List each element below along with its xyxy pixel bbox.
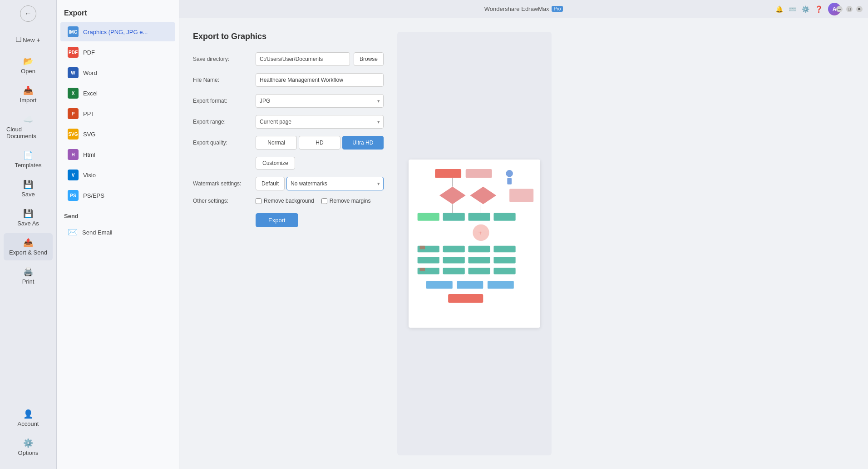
sidebar-item-account-label: Account [18, 420, 39, 427]
svg-rect-9 [469, 213, 490, 221]
content-area: Export to Graphics Save directory: Brows… [179, 18, 868, 469]
sidebar: ← □ New + 📂 Open 📥 Import ☁️ Cloud Docum… [0, 0, 57, 469]
checkbox-group: Remove background Remove margins [256, 198, 384, 204]
sidebar-item-cloud[interactable]: ☁️ Cloud Documents [4, 110, 53, 144]
sidebar-item-print[interactable]: 🖨️ Print [4, 262, 53, 289]
customize-button[interactable]: Customize [256, 157, 295, 170]
sidebar-item-options[interactable]: ⚙️ Options [4, 434, 53, 461]
remove-margins-item[interactable]: Remove margins [321, 198, 371, 204]
save-directory-row: Save directory: Browse [193, 52, 384, 66]
sidebar-item-saveas[interactable]: 💾 Save As [4, 204, 53, 231]
sidebar-item-import[interactable]: 📥 Import [4, 81, 53, 108]
sidebar-item-new[interactable]: □ New + [4, 30, 53, 50]
saveas-icon: 💾 [23, 209, 33, 219]
send-email-label: Send Email [82, 229, 112, 236]
export-format-wrapper: JPG PNG BMP GIF TIFF SVG [256, 94, 384, 108]
email-icon: ✉️ [68, 227, 78, 237]
back-button[interactable]: ← [20, 5, 36, 22]
quality-ultrahd-button[interactable]: Ultra HD [342, 136, 384, 150]
svg-rect-27 [488, 281, 514, 289]
preview-diagram: + [409, 160, 540, 328]
sidebar-item-templates-label: Templates [15, 162, 41, 169]
sidebar-item-import-label: Import [20, 97, 37, 104]
sidebar-top: ← [0, 0, 56, 27]
sidebar-item-open[interactable]: 📂 Open [4, 52, 53, 79]
svg-rect-30 [419, 268, 425, 271]
send-section: Send ✉️ Send Email [57, 205, 179, 245]
svg-rect-8 [443, 213, 465, 221]
export-button[interactable]: Export [256, 213, 298, 227]
format-ppt-label: PPT [83, 110, 94, 117]
export-format-select[interactable]: JPG PNG BMP GIF TIFF SVG [256, 94, 384, 108]
sidebar-item-export[interactable]: 📤 Export & Send [4, 233, 53, 260]
format-item-svg[interactable]: SVG SVG [60, 125, 175, 144]
svg-rect-28 [448, 294, 483, 303]
send-title: Send [64, 213, 172, 220]
save-icon: 💾 [23, 180, 33, 190]
cloud-icon: ☁️ [23, 115, 33, 125]
format-pdf-label: PDF [83, 49, 95, 56]
export-quality-row: Export quality: Normal HD Ultra HD [193, 136, 384, 150]
browse-button[interactable]: Browse [354, 52, 384, 66]
watermark-default-button[interactable]: Default [256, 177, 285, 190]
format-item-visio[interactable]: V Visio [60, 165, 175, 185]
sidebar-nav: □ New + 📂 Open 📥 Import ☁️ Cloud Documen… [0, 27, 56, 399]
quality-hd-button[interactable]: HD [299, 136, 340, 150]
sidebar-item-save[interactable]: 💾 Save [4, 175, 53, 202]
close-button[interactable]: ✕ [856, 6, 863, 12]
format-list: IMG Graphics (PNG, JPG e... PDF PDF W Wo… [57, 22, 179, 205]
account-icon: 👤 [23, 409, 33, 419]
svg-rect-24 [493, 268, 515, 274]
export-panel-title: Export [57, 0, 179, 22]
help-icon[interactable]: ❓ [815, 5, 823, 13]
export-btn-row: Export [256, 213, 384, 227]
format-item-ppt[interactable]: P PPT [60, 104, 175, 123]
sidebar-item-open-label: Open [21, 68, 35, 75]
svg-rect-25 [426, 281, 453, 289]
format-item-word[interactable]: W Word [60, 63, 175, 82]
format-item-ps[interactable]: PS PS/EPS [60, 186, 175, 205]
remove-background-item[interactable]: Remove background [256, 198, 314, 204]
send-email-item[interactable]: ✉️ Send Email [64, 223, 172, 241]
export-range-select[interactable]: Current page All pages Selected pages [256, 115, 384, 129]
maximize-button[interactable]: □ [846, 6, 853, 12]
svg-rect-7 [418, 213, 439, 221]
app-badge: Pro [552, 6, 563, 12]
remove-margins-checkbox[interactable] [321, 198, 327, 204]
sidebar-item-account[interactable]: 👤 Account [4, 404, 53, 432]
svg-rect-18 [443, 257, 465, 263]
svg-point-2 [506, 170, 513, 177]
format-item-html[interactable]: H Html [60, 145, 175, 164]
format-html-label: Html [83, 151, 95, 158]
format-item-pdf[interactable]: PDF PDF [60, 43, 175, 62]
window-controls: ─ □ ✕ [836, 6, 863, 12]
export-range-label: Export range: [193, 119, 252, 125]
sidebar-item-templates[interactable]: 📄 Templates [4, 146, 53, 173]
keyboard-icon[interactable]: ⌨️ [789, 5, 796, 13]
minimize-button[interactable]: ─ [836, 6, 843, 12]
file-name-label: File Name: [193, 77, 252, 83]
save-directory-input[interactable] [256, 52, 350, 66]
quality-group: Normal HD Ultra HD [256, 136, 384, 150]
format-graphics-label: Graphics (PNG, JPG e... [83, 29, 148, 35]
format-svg-label: SVG [83, 131, 95, 138]
app-title: Wondershare EdrawMax [484, 5, 549, 12]
export-quality-label: Export quality: [193, 140, 252, 146]
pdf-icon: PDF [68, 47, 79, 58]
options-icon: ⚙️ [23, 438, 33, 448]
format-item-excel[interactable]: X Excel [60, 84, 175, 103]
watermark-select-wrapper: No watermarks Default watermark Custom w… [286, 177, 384, 190]
settings-icon[interactable]: ⚙️ [802, 5, 809, 13]
svg-text:+: + [478, 230, 482, 236]
sidebar-item-save-label: Save [21, 191, 35, 198]
watermark-label: Watermark settings: [193, 180, 252, 187]
file-name-input[interactable] [256, 73, 384, 87]
watermark-select[interactable]: No watermarks Default watermark Custom w… [286, 177, 384, 190]
remove-background-checkbox[interactable] [256, 198, 261, 204]
svg-rect-15 [469, 246, 490, 252]
notification-icon[interactable]: 🔔 [775, 5, 783, 13]
format-item-graphics[interactable]: IMG Graphics (PNG, JPG e... [60, 22, 175, 41]
quality-normal-button[interactable]: Normal [256, 136, 297, 150]
titlebar-icons: 🔔 ⌨️ ⚙️ ❓ A [775, 3, 841, 15]
sidebar-item-export-label: Export & Send [9, 249, 47, 256]
